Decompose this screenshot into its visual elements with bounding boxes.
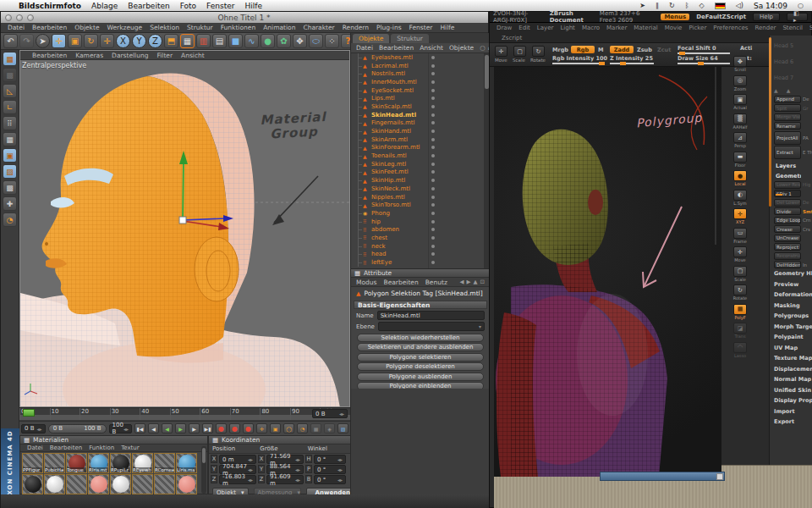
- layer-dot[interactable]: [431, 97, 435, 100]
- mode-icon[interactable]: ▩: [3, 68, 17, 82]
- mac-menu-item[interactable]: Ablage: [91, 2, 118, 10]
- record-button[interactable]: ●: [243, 423, 254, 433]
- tool-palette-section[interactable]: Import: [774, 406, 812, 417]
- material-swatch[interactable]: [66, 474, 87, 494]
- tool-panel-secondary[interactable]: Crn: [803, 218, 812, 223]
- object-list-item[interactable]: SkinScalp.mtl: [351, 102, 490, 111]
- object-list-item[interactable]: head: [351, 251, 490, 259]
- objects-menu-item[interactable]: Objekte: [449, 44, 474, 52]
- tool-panel-secondary[interactable]: De: [803, 97, 812, 102]
- toolbar-icon[interactable]: ⁘: [325, 34, 339, 48]
- c4d-titlebar[interactable]: Ohne Titel 1 *: [1, 12, 488, 23]
- status-icon[interactable]: ◇: [700, 2, 705, 9]
- tool-panel-button[interactable]: Crease: [774, 225, 801, 233]
- back-icon[interactable]: ◀: [460, 279, 464, 285]
- material-swatch[interactable]: RPupil.r: [110, 453, 131, 473]
- mac-menu-item[interactable]: Hilfe: [244, 2, 261, 10]
- object-list-item[interactable]: Fingernails.mtl: [351, 119, 490, 128]
- view-control-icon[interactable]: ▬ Floor: [732, 152, 749, 169]
- keyframe-toggle[interactable]: ▦: [310, 423, 321, 433]
- timeline-right-field[interactable]: 0 B◂▸: [312, 409, 348, 418]
- zbrush-titlebar[interactable]: ZVOH-3N4J-ARGJ-RY0X] ZBrush Document Mem…: [490, 12, 811, 23]
- material-swatch[interactable]: RCornea: [154, 453, 175, 473]
- selection-action-button[interactable]: Selektieren und andere ausblenden: [357, 343, 484, 351]
- window-controls-icon[interactable]: ◧ ▸: [787, 13, 808, 21]
- status-icon[interactable]: ↻: [669, 2, 675, 9]
- layer-dot[interactable]: [431, 170, 435, 174]
- z-intensity-slider[interactable]: Z Intensity 25: [610, 55, 653, 62]
- keyframe-toggle[interactable]: ▣: [270, 423, 281, 433]
- record-button[interactable]: ●: [229, 423, 240, 433]
- view-control-icon[interactable]: ↻ Rotate: [732, 284, 749, 302]
- material-swatch[interactable]: LIris.ms: [176, 453, 197, 473]
- mode-icon[interactable]: ✚: [3, 196, 17, 211]
- object-list-item[interactable]: hip: [351, 218, 490, 226]
- objects-menu-item[interactable]: Bearbeiten: [379, 44, 414, 52]
- view-control-icon[interactable]: ◐ L.Sym: [732, 190, 749, 207]
- material-swatch[interactable]: [44, 474, 65, 494]
- material-swatch[interactable]: [88, 474, 109, 494]
- object-list-item[interactable]: Lacrimal.mtl: [351, 62, 490, 70]
- toolbar-icon[interactable]: ↶: [3, 34, 18, 48]
- mac-menu-item[interactable]: Bearbeiten: [128, 2, 169, 10]
- zadd-toggle[interactable]: Zadd: [610, 46, 634, 53]
- tool-palette-section[interactable]: Unified Skin: [774, 385, 812, 396]
- material-swatch[interactable]: RIris.mt: [88, 453, 109, 473]
- angle-field[interactable]: 0 °◂▸: [314, 455, 346, 464]
- view-control-icon[interactable]: ▒ AAHalf: [732, 113, 749, 131]
- layer-dot[interactable]: [431, 89, 435, 92]
- tool-panel-secondary[interactable]: Hig: [803, 182, 812, 187]
- materials-menu-item[interactable]: Datei: [27, 444, 43, 451]
- keyboard-layout-flag-icon[interactable]: [715, 3, 726, 9]
- toolbar-icon[interactable]: ●: [261, 34, 275, 48]
- selection-action-button[interactable]: Polygone deselektieren: [357, 362, 484, 371]
- layer-dot[interactable]: [431, 179, 435, 182]
- zcut-toggle[interactable]: Zcut: [657, 47, 671, 53]
- zbrush-menu-item[interactable]: Render: [754, 25, 776, 31]
- tool-panel-button[interactable]: Reproject Higher: [774, 243, 801, 251]
- gyro-scale-icon[interactable]: ▢: [513, 46, 526, 57]
- subtool-item[interactable]: Head 7: [774, 69, 812, 86]
- lock-icon[interactable]: ⊡: [480, 279, 485, 285]
- object-list-item[interactable]: SkinHand.mtl: [351, 127, 490, 135]
- angle-field[interactable]: 0 °◂▸: [314, 475, 346, 484]
- forward-icon[interactable]: ▶: [467, 279, 471, 285]
- search-icon[interactable]: ○: [480, 44, 486, 52]
- object-list-item[interactable]: Nostrils.mtl: [351, 69, 490, 78]
- view-control-icon[interactable]: ▭ Frame: [732, 228, 749, 246]
- toolbar-icon[interactable]: ⬒: [164, 34, 178, 48]
- layer-dropdown[interactable]: ▾: [378, 322, 485, 331]
- object-list-item[interactable]: SkinTorso.mtl: [351, 201, 490, 209]
- zbrush-menu-item[interactable]: Marker: [606, 25, 627, 31]
- toolbar-icon[interactable]: ↻: [84, 34, 98, 48]
- layer-dot[interactable]: [431, 154, 435, 157]
- close-window-button[interactable]: [5, 14, 12, 21]
- tool-palette-section[interactable]: Display Properti: [774, 395, 812, 406]
- mode-icon[interactable]: ▨: [3, 164, 17, 179]
- record-button[interactable]: ●: [216, 423, 227, 433]
- draw-size-slider[interactable]: Draw Size 64: [678, 55, 718, 62]
- c4d-menu-item[interactable]: Struktur: [187, 24, 213, 31]
- pin-icon[interactable]: ▲: [474, 279, 478, 285]
- tab-struktur[interactable]: Struktur: [391, 34, 429, 43]
- keyframe-toggle[interactable]: ✛: [256, 423, 267, 433]
- layer-dot[interactable]: [431, 228, 435, 231]
- layer-dot[interactable]: [431, 212, 435, 215]
- material-swatch[interactable]: [154, 474, 175, 494]
- object-list-item[interactable]: SkinForearm.mtl: [351, 144, 490, 152]
- layer-dot[interactable]: [431, 64, 435, 68]
- tool-panel-button[interactable]: Edge Loop: [774, 217, 801, 224]
- mode-icon[interactable]: ◺: [3, 84, 17, 98]
- transport-button[interactable]: ▶: [175, 423, 186, 433]
- layer-dot[interactable]: [431, 203, 435, 207]
- tool-palette-section[interactable]: Geometry HD: [774, 268, 812, 279]
- selection-action-button[interactable]: Polygone selektieren: [357, 353, 484, 362]
- c4d-menu-item[interactable]: Fenster: [409, 24, 433, 31]
- menubar-clock[interactable]: Sa 14:09: [754, 2, 787, 10]
- tool-panel-button[interactable]: ProjectAll: [774, 131, 801, 145]
- tool-panel-button[interactable]: Split: [774, 104, 801, 112]
- transport-button[interactable]: ◀: [148, 423, 159, 433]
- tool-palette-section[interactable]: Polypaint: [774, 332, 812, 343]
- rgb-intensity-slider[interactable]: Rgb Intensity 100: [552, 55, 607, 62]
- zbrush-note-bar[interactable]: [600, 472, 725, 481]
